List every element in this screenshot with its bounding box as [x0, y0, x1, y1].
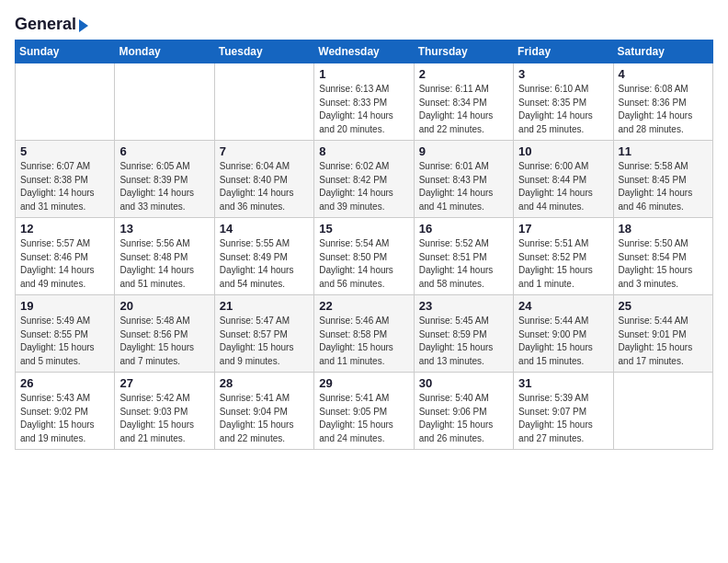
calendar-table: SundayMondayTuesdayWednesdayThursdayFrid… — [15, 40, 713, 450]
calendar-cell: 28Sunrise: 5:41 AMSunset: 9:04 PMDayligh… — [214, 373, 313, 450]
cell-content: Sunrise: 5:41 AMSunset: 9:04 PMDaylight:… — [220, 392, 309, 445]
cell-content: Sunrise: 5:57 AMSunset: 8:46 PMDaylight:… — [20, 237, 109, 291]
day-number: 2 — [419, 67, 508, 81]
calendar-cell: 21Sunrise: 5:47 AMSunset: 8:57 PMDayligh… — [214, 295, 313, 373]
header-saturday: Saturday — [613, 40, 712, 63]
day-number: 25 — [619, 299, 708, 313]
calendar-cell: 22Sunrise: 5:46 AMSunset: 8:58 PMDayligh… — [314, 295, 414, 373]
cell-content: Sunrise: 5:43 AMSunset: 9:02 PMDaylight:… — [20, 392, 109, 445]
page-header: General — [15, 15, 713, 30]
calendar-cell: 10Sunrise: 6:00 AMSunset: 8:44 PMDayligh… — [514, 141, 613, 218]
calendar-cell: 16Sunrise: 5:52 AMSunset: 8:51 PMDayligh… — [414, 218, 513, 295]
header-thursday: Thursday — [414, 40, 513, 63]
cell-content: Sunrise: 5:54 AMSunset: 8:50 PMDaylight:… — [319, 237, 408, 291]
calendar-cell: 23Sunrise: 5:45 AMSunset: 8:59 PMDayligh… — [414, 295, 513, 373]
day-number: 12 — [20, 222, 109, 236]
day-number: 13 — [119, 222, 209, 236]
cell-content: Sunrise: 6:11 AMSunset: 8:34 PMDaylight:… — [419, 83, 508, 136]
day-number: 21 — [220, 299, 309, 313]
cell-content: Sunrise: 5:51 AMSunset: 8:52 PMDaylight:… — [518, 237, 608, 291]
calendar-cell: 14Sunrise: 5:55 AMSunset: 8:49 PMDayligh… — [214, 218, 313, 295]
cell-content: Sunrise: 5:44 AMSunset: 9:00 PMDaylight:… — [518, 315, 608, 368]
week-row-1: 1Sunrise: 6:13 AMSunset: 8:33 PMDaylight… — [16, 63, 713, 141]
calendar-cell: 27Sunrise: 5:42 AMSunset: 9:03 PMDayligh… — [115, 373, 214, 450]
cell-content: Sunrise: 6:07 AMSunset: 8:38 PMDaylight:… — [20, 160, 109, 213]
calendar-cell: 20Sunrise: 5:48 AMSunset: 8:56 PMDayligh… — [115, 295, 214, 373]
header-sunday: Sunday — [16, 40, 115, 63]
day-number: 31 — [518, 376, 608, 390]
calendar-cell: 17Sunrise: 5:51 AMSunset: 8:52 PMDayligh… — [514, 218, 613, 295]
calendar-cell: 6Sunrise: 6:05 AMSunset: 8:39 PMDaylight… — [115, 141, 214, 218]
calendar-cell: 26Sunrise: 5:43 AMSunset: 9:02 PMDayligh… — [16, 373, 115, 450]
cell-content: Sunrise: 5:49 AMSunset: 8:55 PMDaylight:… — [20, 315, 109, 368]
cell-content: Sunrise: 5:42 AMSunset: 9:03 PMDaylight:… — [119, 392, 209, 445]
calendar-cell: 11Sunrise: 5:58 AMSunset: 8:45 PMDayligh… — [613, 141, 712, 218]
logo-arrow-icon — [79, 19, 88, 32]
calendar-cell — [16, 63, 115, 141]
header-friday: Friday — [514, 40, 613, 63]
week-row-2: 5Sunrise: 6:07 AMSunset: 8:38 PMDaylight… — [16, 141, 713, 218]
day-number: 18 — [619, 222, 708, 236]
day-number: 28 — [220, 376, 309, 390]
day-number: 14 — [220, 222, 309, 236]
day-number: 24 — [518, 299, 608, 313]
calendar-cell — [613, 373, 712, 450]
day-number: 1 — [319, 67, 408, 81]
header-wednesday: Wednesday — [314, 40, 414, 63]
cell-content: Sunrise: 6:01 AMSunset: 8:43 PMDaylight:… — [419, 160, 508, 213]
calendar-cell — [115, 63, 214, 141]
calendar-cell: 30Sunrise: 5:40 AMSunset: 9:06 PMDayligh… — [414, 373, 513, 450]
calendar-cell: 15Sunrise: 5:54 AMSunset: 8:50 PMDayligh… — [314, 218, 414, 295]
day-number: 16 — [419, 222, 508, 236]
logo-general-text: General — [15, 15, 76, 34]
calendar-cell: 5Sunrise: 6:07 AMSunset: 8:38 PMDaylight… — [16, 141, 115, 218]
cell-content: Sunrise: 5:50 AMSunset: 8:54 PMDaylight:… — [619, 237, 708, 291]
cell-content: Sunrise: 5:39 AMSunset: 9:07 PMDaylight:… — [518, 392, 608, 445]
calendar-cell: 25Sunrise: 5:44 AMSunset: 9:01 PMDayligh… — [613, 295, 712, 373]
day-number: 6 — [119, 144, 209, 158]
calendar-cell: 31Sunrise: 5:39 AMSunset: 9:07 PMDayligh… — [514, 373, 613, 450]
calendar-cell: 8Sunrise: 6:02 AMSunset: 8:42 PMDaylight… — [314, 141, 414, 218]
day-number: 5 — [20, 144, 109, 158]
day-number: 17 — [518, 222, 608, 236]
day-number: 30 — [419, 376, 508, 390]
week-row-5: 26Sunrise: 5:43 AMSunset: 9:02 PMDayligh… — [16, 373, 713, 450]
cell-content: Sunrise: 5:44 AMSunset: 9:01 PMDaylight:… — [619, 315, 708, 368]
day-number: 4 — [619, 67, 708, 81]
day-number: 26 — [20, 376, 109, 390]
logo: General — [15, 15, 88, 30]
day-number: 23 — [419, 299, 508, 313]
cell-content: Sunrise: 5:45 AMSunset: 8:59 PMDaylight:… — [419, 315, 508, 368]
calendar-cell: 12Sunrise: 5:57 AMSunset: 8:46 PMDayligh… — [16, 218, 115, 295]
cell-content: Sunrise: 5:40 AMSunset: 9:06 PMDaylight:… — [419, 392, 508, 445]
week-row-4: 19Sunrise: 5:49 AMSunset: 8:55 PMDayligh… — [16, 295, 713, 373]
calendar-cell: 19Sunrise: 5:49 AMSunset: 8:55 PMDayligh… — [16, 295, 115, 373]
cell-content: Sunrise: 5:58 AMSunset: 8:45 PMDaylight:… — [619, 160, 708, 213]
cell-content: Sunrise: 6:08 AMSunset: 8:36 PMDaylight:… — [619, 83, 708, 136]
cell-content: Sunrise: 5:52 AMSunset: 8:51 PMDaylight:… — [419, 237, 508, 291]
cell-content: Sunrise: 5:56 AMSunset: 8:48 PMDaylight:… — [119, 237, 209, 291]
day-number: 27 — [119, 376, 209, 390]
day-number: 8 — [319, 144, 408, 158]
week-row-3: 12Sunrise: 5:57 AMSunset: 8:46 PMDayligh… — [16, 218, 713, 295]
calendar-cell: 18Sunrise: 5:50 AMSunset: 8:54 PMDayligh… — [613, 218, 712, 295]
day-number: 19 — [20, 299, 109, 313]
day-number: 15 — [319, 222, 408, 236]
calendar-cell: 3Sunrise: 6:10 AMSunset: 8:35 PMDaylight… — [514, 63, 613, 141]
cell-content: Sunrise: 5:41 AMSunset: 9:05 PMDaylight:… — [319, 392, 408, 445]
cell-content: Sunrise: 6:13 AMSunset: 8:33 PMDaylight:… — [319, 83, 408, 136]
calendar-cell: 13Sunrise: 5:56 AMSunset: 8:48 PMDayligh… — [115, 218, 214, 295]
header-monday: Monday — [115, 40, 214, 63]
cell-content: Sunrise: 6:05 AMSunset: 8:39 PMDaylight:… — [119, 160, 209, 213]
day-number: 29 — [319, 376, 408, 390]
day-number: 22 — [319, 299, 408, 313]
calendar-cell: 24Sunrise: 5:44 AMSunset: 9:00 PMDayligh… — [514, 295, 613, 373]
cell-content: Sunrise: 6:04 AMSunset: 8:40 PMDaylight:… — [220, 160, 309, 213]
header-tuesday: Tuesday — [214, 40, 313, 63]
cell-content: Sunrise: 5:47 AMSunset: 8:57 PMDaylight:… — [220, 315, 309, 368]
day-number: 7 — [220, 144, 309, 158]
day-number: 10 — [518, 144, 608, 158]
day-number: 3 — [518, 67, 608, 81]
calendar-cell: 2Sunrise: 6:11 AMSunset: 8:34 PMDaylight… — [414, 63, 513, 141]
cell-content: Sunrise: 6:00 AMSunset: 8:44 PMDaylight:… — [518, 160, 608, 213]
